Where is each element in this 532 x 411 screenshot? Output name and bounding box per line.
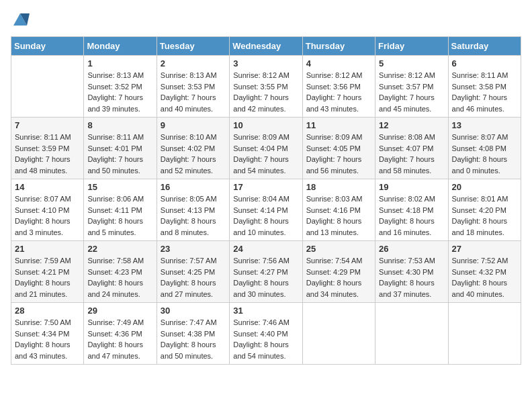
calendar-cell: 19Sunrise: 8:02 AMSunset: 4:18 PMDayligh… — [375, 179, 448, 241]
calendar-cell: 1Sunrise: 8:13 AMSunset: 3:52 PMDaylight… — [84, 56, 157, 118]
day-number: 7 — [15, 120, 80, 130]
day-info: Sunrise: 8:04 AMSunset: 4:14 PMDaylight:… — [233, 193, 298, 238]
day-number: 30 — [161, 306, 226, 316]
day-info: Sunrise: 7:53 AMSunset: 4:30 PMDaylight:… — [379, 255, 444, 300]
calendar-cell: 26Sunrise: 7:53 AMSunset: 4:30 PMDayligh… — [375, 241, 448, 303]
day-number: 3 — [233, 58, 298, 68]
calendar-cell: 16Sunrise: 8:05 AMSunset: 4:13 PMDayligh… — [157, 179, 229, 241]
day-info: Sunrise: 8:09 AMSunset: 4:05 PMDaylight:… — [306, 132, 371, 176]
day-info: Sunrise: 7:59 AMSunset: 4:21 PMDaylight:… — [15, 255, 80, 300]
day-info: Sunrise: 8:13 AMSunset: 3:52 PMDaylight:… — [87, 70, 152, 114]
calendar-cell: 22Sunrise: 7:58 AMSunset: 4:23 PMDayligh… — [84, 241, 157, 303]
calendar-cell: 28Sunrise: 7:50 AMSunset: 4:34 PMDayligh… — [11, 303, 84, 365]
weekday-header: Sunday — [11, 37, 84, 56]
weekday-header: Monday — [84, 37, 157, 56]
calendar-header-row: SundayMondayTuesdayWednesdayThursdayFrid… — [11, 37, 521, 56]
weekday-header: Friday — [375, 37, 448, 56]
day-info: Sunrise: 8:01 AMSunset: 4:20 PMDaylight:… — [452, 193, 517, 238]
calendar-cell: 10Sunrise: 8:09 AMSunset: 4:04 PMDayligh… — [230, 118, 302, 179]
day-info: Sunrise: 8:08 AMSunset: 4:07 PMDaylight:… — [379, 132, 444, 176]
weekday-header: Thursday — [302, 37, 375, 56]
calendar-cell: 12Sunrise: 8:08 AMSunset: 4:07 PMDayligh… — [375, 118, 448, 179]
calendar-cell: 20Sunrise: 8:01 AMSunset: 4:20 PMDayligh… — [448, 179, 521, 241]
day-info: Sunrise: 8:06 AMSunset: 4:11 PMDaylight:… — [87, 193, 152, 238]
day-number: 6 — [452, 58, 517, 68]
day-number: 26 — [379, 244, 444, 254]
calendar-cell — [302, 303, 375, 365]
day-number: 25 — [306, 244, 371, 254]
page-header — [11, 11, 521, 30]
day-number: 11 — [306, 120, 371, 130]
weekday-header: Wednesday — [230, 37, 302, 56]
day-number: 14 — [15, 182, 80, 192]
day-number: 1 — [87, 58, 152, 68]
calendar-week-row: 7Sunrise: 8:11 AMSunset: 3:59 PMDaylight… — [11, 118, 521, 179]
calendar-cell: 2Sunrise: 8:13 AMSunset: 3:53 PMDaylight… — [157, 56, 229, 118]
day-info: Sunrise: 8:10 AMSunset: 4:02 PMDaylight:… — [161, 132, 226, 176]
weekday-header: Saturday — [448, 37, 521, 56]
calendar-cell: 27Sunrise: 7:52 AMSunset: 4:32 PMDayligh… — [448, 241, 521, 303]
day-info: Sunrise: 8:07 AMSunset: 4:08 PMDaylight:… — [452, 132, 517, 176]
calendar-cell: 8Sunrise: 8:11 AMSunset: 4:01 PMDaylight… — [84, 118, 157, 179]
calendar-cell: 13Sunrise: 8:07 AMSunset: 4:08 PMDayligh… — [448, 118, 521, 179]
day-number: 31 — [233, 306, 298, 316]
day-info: Sunrise: 7:49 AMSunset: 4:36 PMDaylight:… — [87, 317, 152, 361]
calendar-week-row: 1Sunrise: 8:13 AMSunset: 3:52 PMDaylight… — [11, 56, 521, 118]
calendar-cell: 31Sunrise: 7:46 AMSunset: 4:40 PMDayligh… — [230, 303, 302, 365]
day-number: 13 — [452, 120, 517, 130]
calendar-cell: 17Sunrise: 8:04 AMSunset: 4:14 PMDayligh… — [230, 179, 302, 241]
day-info: Sunrise: 8:05 AMSunset: 4:13 PMDaylight:… — [161, 193, 226, 238]
day-info: Sunrise: 8:12 AMSunset: 3:55 PMDaylight:… — [233, 70, 298, 114]
day-number: 4 — [306, 58, 371, 68]
day-number: 21 — [15, 244, 80, 254]
day-number: 23 — [161, 244, 226, 254]
day-number: 5 — [379, 58, 444, 68]
calendar-week-row: 14Sunrise: 8:07 AMSunset: 4:10 PMDayligh… — [11, 179, 521, 241]
weekday-header: Tuesday — [157, 37, 229, 56]
calendar-cell: 4Sunrise: 8:12 AMSunset: 3:56 PMDaylight… — [302, 56, 375, 118]
calendar-cell: 3Sunrise: 8:12 AMSunset: 3:55 PMDaylight… — [230, 56, 302, 118]
day-info: Sunrise: 8:11 AMSunset: 3:59 PMDaylight:… — [15, 132, 80, 176]
calendar-cell: 25Sunrise: 7:54 AMSunset: 4:29 PMDayligh… — [302, 241, 375, 303]
calendar-cell: 15Sunrise: 8:06 AMSunset: 4:11 PMDayligh… — [84, 179, 157, 241]
calendar-cell: 14Sunrise: 8:07 AMSunset: 4:10 PMDayligh… — [11, 179, 84, 241]
calendar-cell: 29Sunrise: 7:49 AMSunset: 4:36 PMDayligh… — [84, 303, 157, 365]
day-info: Sunrise: 8:11 AMSunset: 4:01 PMDaylight:… — [87, 132, 152, 176]
day-info: Sunrise: 7:56 AMSunset: 4:27 PMDaylight:… — [233, 255, 298, 300]
day-info: Sunrise: 8:03 AMSunset: 4:16 PMDaylight:… — [306, 193, 371, 238]
day-number: 9 — [161, 120, 226, 130]
day-number: 12 — [379, 120, 444, 130]
calendar-cell: 18Sunrise: 8:03 AMSunset: 4:16 PMDayligh… — [302, 179, 375, 241]
calendar-cell: 7Sunrise: 8:11 AMSunset: 3:59 PMDaylight… — [11, 118, 84, 179]
day-number: 22 — [87, 244, 152, 254]
day-number: 10 — [233, 120, 298, 130]
day-info: Sunrise: 7:46 AMSunset: 4:40 PMDaylight:… — [233, 317, 298, 361]
day-info: Sunrise: 8:02 AMSunset: 4:18 PMDaylight:… — [379, 193, 444, 238]
day-number: 15 — [87, 182, 152, 192]
calendar-cell: 6Sunrise: 8:11 AMSunset: 3:58 PMDaylight… — [448, 56, 521, 118]
day-number: 24 — [233, 244, 298, 254]
day-info: Sunrise: 8:11 AMSunset: 3:58 PMDaylight:… — [452, 70, 517, 114]
calendar-cell: 24Sunrise: 7:56 AMSunset: 4:27 PMDayligh… — [230, 241, 302, 303]
day-number: 29 — [87, 306, 152, 316]
day-number: 28 — [15, 306, 80, 316]
day-info: Sunrise: 7:52 AMSunset: 4:32 PMDaylight:… — [452, 255, 517, 300]
calendar-cell — [375, 303, 448, 365]
calendar-cell: 21Sunrise: 7:59 AMSunset: 4:21 PMDayligh… — [11, 241, 84, 303]
day-info: Sunrise: 8:12 AMSunset: 3:57 PMDaylight:… — [379, 70, 444, 114]
day-info: Sunrise: 7:47 AMSunset: 4:38 PMDaylight:… — [161, 317, 226, 361]
calendar-cell: 11Sunrise: 8:09 AMSunset: 4:05 PMDayligh… — [302, 118, 375, 179]
calendar-cell: 5Sunrise: 8:12 AMSunset: 3:57 PMDaylight… — [375, 56, 448, 118]
day-info: Sunrise: 8:07 AMSunset: 4:10 PMDaylight:… — [15, 193, 80, 238]
day-info: Sunrise: 8:09 AMSunset: 4:04 PMDaylight:… — [233, 132, 298, 176]
calendar-cell — [11, 56, 84, 118]
day-info: Sunrise: 7:54 AMSunset: 4:29 PMDaylight:… — [306, 255, 371, 300]
logo — [11, 11, 32, 30]
calendar-cell: 30Sunrise: 7:47 AMSunset: 4:38 PMDayligh… — [157, 303, 229, 365]
calendar-cell: 23Sunrise: 7:57 AMSunset: 4:25 PMDayligh… — [157, 241, 229, 303]
calendar-table: SundayMondayTuesdayWednesdayThursdayFrid… — [11, 36, 521, 365]
day-number: 18 — [306, 182, 371, 192]
calendar-week-row: 28Sunrise: 7:50 AMSunset: 4:34 PMDayligh… — [11, 303, 521, 365]
day-number: 19 — [379, 182, 444, 192]
day-info: Sunrise: 8:12 AMSunset: 3:56 PMDaylight:… — [306, 70, 371, 114]
